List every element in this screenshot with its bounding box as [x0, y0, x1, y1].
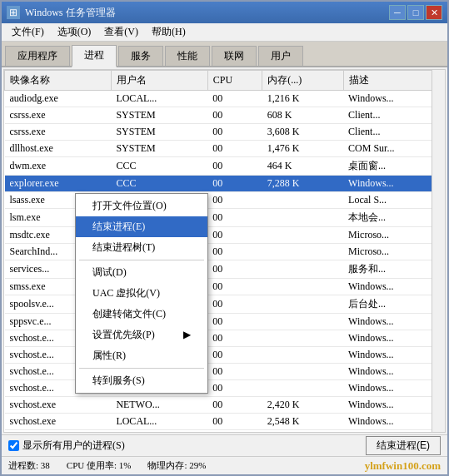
- table-row[interactable]: lsm.exe00本地会...: [5, 209, 445, 227]
- table-cell: explorer.exe: [5, 176, 112, 192]
- table-row[interactable]: lsass.exe00Local S...: [5, 192, 445, 209]
- maximize-button[interactable]: □: [407, 5, 424, 20]
- table-cell: 00: [207, 430, 262, 433]
- context-menu-item[interactable]: UAC 虚拟化(V): [76, 283, 207, 304]
- table-row[interactable]: svchost.e...00Windows...: [5, 330, 445, 347]
- table-cell: 3,608 K: [262, 124, 343, 141]
- table-row[interactable]: sppsvc.e...00Windows...: [5, 314, 445, 330]
- table-cell: [262, 260, 343, 279]
- table-cell: 608 K: [262, 107, 343, 124]
- table-cell: [262, 279, 343, 295]
- tab-bar: 应用程序 进程 服务 性能 联网 用户: [2, 42, 447, 67]
- tab-applications[interactable]: 应用程序: [5, 46, 70, 66]
- table-cell: SYSTEM: [111, 107, 207, 124]
- col-memory[interactable]: 内存(...): [262, 71, 343, 91]
- context-menu-item[interactable]: 调试(D): [76, 262, 207, 283]
- table-row[interactable]: dwm.exeCCC00464 K桌面窗...: [5, 157, 445, 176]
- minimize-button[interactable]: ─: [389, 5, 406, 20]
- table-header: 映像名称 用户名 CPU 内存(...) 描述: [5, 71, 445, 91]
- context-menu-item[interactable]: 结束进程树(T): [76, 237, 207, 258]
- table-cell: LOCAL...: [111, 91, 207, 107]
- table-cell: audiodg.exe: [5, 91, 112, 107]
- table-row[interactable]: SearchInd...00Microso...: [5, 244, 445, 260]
- table-cell: 00: [207, 414, 262, 430]
- table-row[interactable]: svchost.e...00Windows...: [5, 364, 445, 380]
- menu-file[interactable]: 文件(F): [5, 23, 51, 41]
- menu-options[interactable]: 选项(O): [51, 23, 98, 41]
- table-row[interactable]: audiodg.exeLOCAL...001,216 KWindows...: [5, 91, 445, 107]
- table-cell: 00: [207, 314, 262, 330]
- table-cell: 00: [207, 91, 262, 107]
- bottom-bar: 显示所有用户的进程(S) 结束进程(E): [2, 434, 447, 456]
- context-menu-item[interactable]: 设置优先级(P)▶: [76, 325, 207, 345]
- tab-networking[interactable]: 联网: [212, 46, 257, 66]
- table-cell: 00: [207, 244, 262, 260]
- process-table-area: 映像名称 用户名 CPU 内存(...) 描述 audiodg.exeLOCAL…: [3, 69, 446, 433]
- menu-help[interactable]: 帮助(H): [145, 23, 192, 41]
- context-menu-item[interactable]: 转到服务(S): [76, 370, 207, 391]
- process-list: audiodg.exeLOCAL...001,216 KWindows...cs…: [5, 91, 445, 433]
- scrollbar[interactable]: [432, 70, 445, 432]
- table-row[interactable]: svchost.e...00Windows...: [5, 380, 445, 397]
- col-username[interactable]: 用户名: [111, 71, 207, 91]
- col-cpu[interactable]: CPU: [207, 71, 262, 91]
- table-cell: [262, 244, 343, 260]
- end-process-button[interactable]: 结束进程(E): [366, 436, 441, 455]
- table-row[interactable]: svchost.exeLOCAL...002,548 KWindows...: [5, 414, 445, 430]
- table-cell: Windows...: [343, 314, 444, 330]
- table-cell: 后台处...: [343, 295, 444, 314]
- task-manager-window: ⊞ Windows 任务管理器 ─ □ ✕ 文件(F) 选项(O) 查看(V) …: [0, 0, 449, 476]
- cpu-usage: CPU 使用率: 1%: [67, 459, 132, 472]
- table-cell: [262, 295, 343, 314]
- table-cell: 00: [207, 227, 262, 244]
- tab-performance[interactable]: 性能: [165, 46, 210, 66]
- table-cell: 2,420 K: [262, 397, 343, 414]
- title-buttons: ─ □ ✕: [389, 5, 442, 20]
- table-row[interactable]: svchost.e...00Windows...: [5, 347, 445, 364]
- table-cell: Microso...: [343, 227, 444, 244]
- tab-processes[interactable]: 进程: [72, 45, 117, 67]
- table-row[interactable]: csrss.exeSYSTEM00608 KClient...: [5, 107, 445, 124]
- close-button[interactable]: ✕: [426, 5, 442, 20]
- menu-view[interactable]: 查看(V): [97, 23, 145, 41]
- tab-users[interactable]: 用户: [258, 46, 303, 66]
- table-row[interactable]: smss.exe00Windows...: [5, 279, 445, 295]
- table-row[interactable]: spoolsv.e...00后台处...: [5, 295, 445, 314]
- table-row[interactable]: svchost.exeNETWO...002,420 KWindows...: [5, 397, 445, 414]
- table-cell: 1,020 K: [262, 430, 343, 433]
- table-cell: csrss.exe: [5, 124, 112, 141]
- table-row[interactable]: csrss.exeSYSTEM003,608 KClient...: [5, 124, 445, 141]
- table-cell: 00: [207, 107, 262, 124]
- table-row[interactable]: services...00服务和...: [5, 260, 445, 279]
- table-row[interactable]: msdtc.exe00Microso...: [5, 227, 445, 244]
- table-cell: Windows...: [343, 380, 444, 397]
- show-all-users-checkbox[interactable]: [8, 440, 19, 451]
- tab-services[interactable]: 服务: [118, 46, 163, 66]
- memory-usage: 物理内存: 29%: [147, 459, 206, 472]
- table-cell: Windows...: [343, 347, 444, 364]
- table-cell: Local S...: [343, 192, 444, 209]
- table-row[interactable]: svchost.exeLOCAL...001,020 KWindows...: [5, 430, 445, 433]
- context-menu-item[interactable]: 结束进程(E): [76, 216, 207, 237]
- context-menu-item[interactable]: 属性(R): [76, 345, 207, 366]
- table-cell: LOCAL...: [111, 414, 207, 430]
- table-cell: Windows...: [343, 397, 444, 414]
- table-row[interactable]: dllhost.exeSYSTEM001,476 KCOM Sur...: [5, 141, 445, 157]
- table-cell: LOCAL...: [111, 430, 207, 433]
- table-cell: Windows...: [343, 176, 444, 192]
- table-cell: [262, 380, 343, 397]
- table-cell: 00: [207, 295, 262, 314]
- table-cell: 00: [207, 176, 262, 192]
- table-cell: CCC: [111, 157, 207, 176]
- col-image-name[interactable]: 映像名称: [5, 71, 112, 91]
- context-menu: 打开文件位置(O)结束进程(E)结束进程树(T)调试(D)UAC 虚拟化(V)创…: [75, 193, 208, 394]
- table-cell: Windows...: [343, 414, 444, 430]
- table-cell: 00: [207, 124, 262, 141]
- table-row[interactable]: explorer.exeCCC007,288 KWindows...: [5, 176, 445, 192]
- table-cell: dwm.exe: [5, 157, 112, 176]
- col-description[interactable]: 描述: [343, 71, 444, 91]
- menu-bar: 文件(F) 选项(O) 查看(V) 帮助(H): [2, 23, 447, 42]
- context-menu-item[interactable]: 打开文件位置(O): [76, 196, 207, 216]
- process-count: 进程数: 38: [8, 459, 50, 472]
- context-menu-item[interactable]: 创建转储文件(C): [76, 304, 207, 325]
